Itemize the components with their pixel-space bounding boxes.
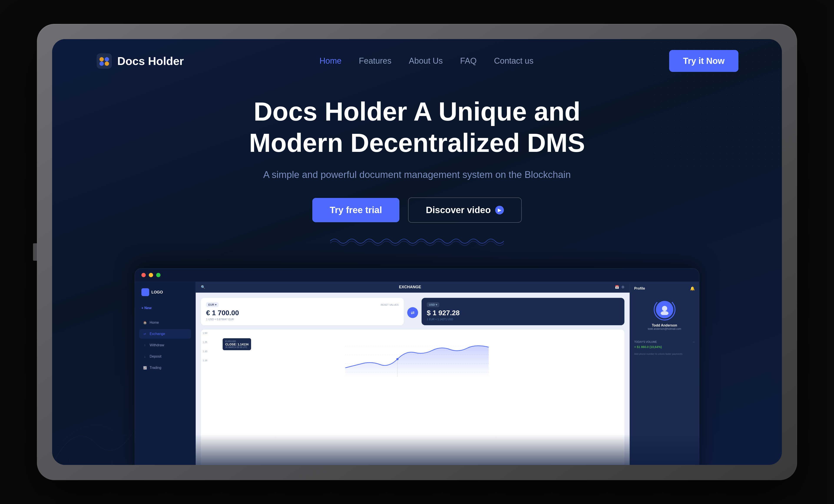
profile-header: Profile 🔔 bbox=[634, 286, 695, 291]
play-icon: ▶ bbox=[495, 206, 504, 214]
reset-values-label[interactable]: RESET VALUES bbox=[381, 304, 398, 306]
nav-contact[interactable]: Contact us bbox=[494, 56, 534, 66]
svg-point-15 bbox=[661, 311, 668, 315]
chart-y-label-3: 1.10 bbox=[203, 350, 207, 353]
chart-close-value: CLOSE: 1.14134 bbox=[225, 343, 248, 346]
usd-exchange-card: USD ▾ $ 1 927.28 1 EUR = 1.14271 USD bbox=[421, 298, 624, 325]
profile-name: Todd Anderson bbox=[652, 324, 677, 327]
nav-home[interactable]: Home bbox=[320, 56, 342, 66]
profile-title: Profile bbox=[634, 287, 645, 290]
wave-decoration bbox=[95, 236, 739, 246]
chart-y-label-1: 1.50 bbox=[203, 332, 207, 334]
eur-rate: 1 USD = 0.876647 EUR bbox=[206, 318, 398, 321]
exchange-body: EUR ▾ RESET VALUES € 1 700.00 1 USD = 0.… bbox=[196, 293, 630, 465]
dashboard-main: 🔍 EXCHANGE 📅 ⚙ bbox=[196, 282, 630, 465]
navbar: Docs Holder Home Features About Us FAQ C… bbox=[52, 39, 782, 83]
sidebar-item-trading[interactable]: 📈 Trading bbox=[139, 363, 191, 373]
try-free-trial-button[interactable]: Try free trial bbox=[312, 198, 399, 222]
chart-y-labels: 1.50 1.25 1.10 1.18 bbox=[203, 332, 207, 362]
svg-point-5 bbox=[105, 57, 109, 62]
sidebar-item-home[interactable]: 🏠 Home bbox=[139, 318, 191, 327]
nav-about[interactable]: About Us bbox=[409, 56, 443, 66]
svg-rect-3 bbox=[97, 53, 112, 69]
sidebar-item-exchange[interactable]: ⇄ Exchange bbox=[139, 329, 191, 339]
hero-title: Docs Holder A Unique and Modern Decentra… bbox=[249, 96, 585, 158]
chart-currency-pair: EUR/USD bbox=[225, 340, 248, 343]
nav-features[interactable]: Features bbox=[359, 56, 391, 66]
svg-point-4 bbox=[100, 57, 104, 62]
dashboard-container: LOGO + New 🏠 Home ⇄ Exchange bbox=[135, 268, 699, 465]
sidebar-item-deposit[interactable]: ↓ Deposit bbox=[139, 352, 191, 361]
titlebar-dot-yellow bbox=[149, 273, 153, 277]
logo-area: Docs Holder bbox=[95, 52, 184, 70]
trading-icon: 📈 bbox=[143, 366, 147, 370]
usd-card-header: USD ▾ bbox=[427, 302, 619, 307]
nav-faq[interactable]: FAQ bbox=[460, 56, 477, 66]
hero-section: Docs Holder A Unique and Modern Decentra… bbox=[52, 83, 782, 264]
hero-buttons: Try free trial Discover video ▶ bbox=[312, 197, 522, 223]
nav-links: Home Features About Us FAQ Contact us bbox=[320, 56, 533, 66]
home-icon: 🏠 bbox=[143, 321, 147, 325]
svg-point-1 bbox=[69, 443, 78, 452]
svg-point-7 bbox=[105, 62, 109, 66]
deposit-icon: ↓ bbox=[143, 354, 147, 359]
eur-exchange-card: EUR ▾ RESET VALUES € 1 700.00 1 USD = 0.… bbox=[201, 298, 404, 325]
profile-volume-row: TODAY'S VOLUME ··· bbox=[634, 341, 695, 344]
profile-bell-icon: 🔔 bbox=[690, 286, 695, 291]
dashboard-body: LOGO + New 🏠 Home ⇄ Exchange bbox=[135, 282, 699, 465]
squiggle-svg bbox=[330, 236, 504, 246]
sidebar-new-button[interactable]: + New bbox=[139, 304, 191, 312]
chart-svg bbox=[204, 337, 621, 376]
exchange-settings-icon: ⚙ bbox=[621, 285, 624, 289]
withdraw-icon: ↑ bbox=[143, 343, 147, 347]
svg-point-14 bbox=[662, 306, 667, 311]
svg-point-0 bbox=[57, 454, 69, 465]
usd-rate: 1 EUR = 1.14271 USD bbox=[427, 318, 619, 321]
titlebar-dot-red bbox=[141, 273, 146, 277]
swap-button[interactable]: ⇄ bbox=[407, 307, 418, 318]
svg-point-6 bbox=[100, 62, 104, 66]
try-it-now-button[interactable]: Try it Now bbox=[669, 50, 739, 72]
exchange-header: 🔍 EXCHANGE 📅 ⚙ bbox=[196, 282, 630, 293]
profile-email: todd.anderson@hotmail.com bbox=[648, 327, 681, 330]
exchange-cards-row: EUR ▾ RESET VALUES € 1 700.00 1 USD = 0.… bbox=[201, 298, 624, 325]
profile-avatar-area: Todd Anderson todd.anderson@hotmail.com bbox=[634, 294, 695, 335]
eur-badge: EUR ▾ bbox=[206, 302, 219, 307]
exchange-calendar-icon: 📅 bbox=[615, 285, 619, 289]
dashboard-mockup: LOGO + New 🏠 Home ⇄ Exchange bbox=[135, 268, 699, 465]
dashboard-titlebar bbox=[135, 268, 699, 282]
profile-volume-value: + $1 860.0 (10,64%) bbox=[634, 345, 695, 349]
chart-close-date: 26 MARCH 09:30 UTC bbox=[225, 346, 248, 348]
more-options-icon[interactable]: ··· bbox=[693, 341, 695, 344]
screen-content: Docs Holder Home Features About Us FAQ C… bbox=[52, 39, 782, 465]
laptop-screen: Docs Holder Home Features About Us FAQ C… bbox=[52, 39, 782, 465]
chart-tooltip: EUR/USD CLOSE: 1.14134 26 MARCH 09:30 UT… bbox=[223, 338, 251, 350]
profile-description: Add phone number to unlock faster paymen… bbox=[634, 352, 695, 356]
sidebar-item-withdraw[interactable]: ↑ Withdraw bbox=[139, 341, 191, 350]
sidebar-logo-box bbox=[141, 288, 149, 296]
avatar-svg bbox=[659, 304, 670, 315]
chart-y-label-2: 1.25 bbox=[203, 341, 207, 344]
profile-panel: Profile 🔔 bbox=[630, 282, 699, 465]
logo-icon bbox=[95, 52, 113, 70]
eur-amount: € 1 700.00 bbox=[206, 309, 398, 317]
svg-point-2 bbox=[56, 440, 62, 446]
side-button bbox=[33, 243, 37, 261]
exchange-title: EXCHANGE bbox=[205, 285, 615, 289]
chart-y-label-4: 1.18 bbox=[203, 359, 207, 362]
eur-card-header: EUR ▾ RESET VALUES bbox=[206, 302, 398, 307]
profile-stats: TODAY'S VOLUME ··· + $1 860.0 (10,64%) bbox=[634, 341, 695, 349]
exchange-search-icon: 🔍 bbox=[201, 285, 205, 289]
sidebar-logo-text: LOGO bbox=[151, 290, 163, 294]
hero-subtitle: A simple and powerful document managemen… bbox=[263, 169, 571, 180]
chart-area: EUR/USD CLOSE: 1.14134 26 MARCH 09:30 UT… bbox=[201, 330, 624, 465]
usd-amount: $ 1 927.28 bbox=[427, 309, 619, 317]
exchange-icon: ⇄ bbox=[143, 332, 147, 336]
dashboard-sidebar: LOGO + New 🏠 Home ⇄ Exchange bbox=[135, 282, 196, 465]
logo-text: Docs Holder bbox=[117, 54, 184, 68]
titlebar-dot-green bbox=[156, 273, 160, 277]
profile-avatar-ring bbox=[654, 299, 676, 321]
discover-video-button[interactable]: Discover video ▶ bbox=[408, 197, 522, 223]
sidebar-logo: LOGO bbox=[139, 288, 191, 296]
laptop-frame: Docs Holder Home Features About Us FAQ C… bbox=[37, 24, 797, 480]
